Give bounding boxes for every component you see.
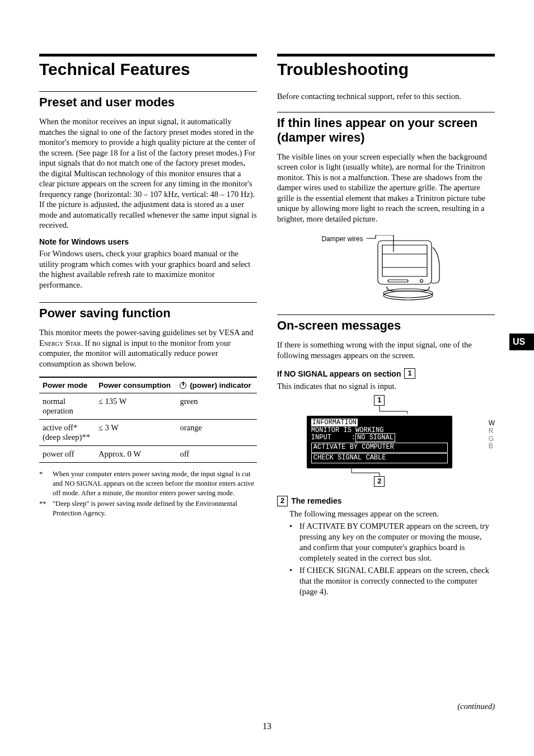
rule [39,54,257,57]
table-row: power off Approx. 0 W off [39,446,257,463]
connector-line-icon [307,468,452,476]
heading-preset-modes: Preset and user modes [39,95,257,110]
remedies-heading: The remedies [291,496,341,506]
table-row: active off*(deep sleep)** ≤ 3 W orange [39,420,257,446]
callout-number: 2 [277,496,288,506]
power-paragraph: This monitor meets the power-saving guid… [39,327,257,369]
bullet-text: If CHECK SIGNAL CABLE appears on the scr… [299,565,495,597]
continued-marker: (continued) [457,702,495,711]
connector-line-icon [307,406,452,414]
power-icon [180,382,186,389]
svg-point-2 [383,289,433,298]
side-letter: W [489,420,495,428]
cell-mode: power off [43,449,74,458]
side-letter: R [489,428,495,435]
section-title-technical: Technical Features [39,60,257,79]
heading-no-signal-text: If NO SIGNAL appears on section [277,369,401,378]
damper-para: The visible lines on your screen especia… [277,152,495,224]
cell-mode: (deep sleep)** [43,433,90,442]
table-row: normaloperation ≤ 135 W green [39,393,257,420]
language-tab: US [509,334,534,350]
crt-monitor-icon [367,235,451,301]
remedies-intro: The following messages appear on the scr… [289,509,495,519]
cell-indicator: green [176,393,257,420]
no-signal-para: This indicates that no signal is input. [277,381,495,392]
cell-mode: operation [43,406,73,415]
footnote-mark: ** [39,499,50,518]
power-paragraph-pre: This monitor meets the power-saving guid… [39,328,253,337]
bullet-icon: • [289,521,295,564]
side-letter: B [489,443,495,450]
rule [277,112,495,112]
cell-mode: normal [43,397,65,406]
heading-no-signal: If NO SIGNAL appears on section 1 [277,368,495,379]
col-header-indicator: (power) indicator [176,377,257,393]
cell-consumption: Approx. 0 W [95,446,176,463]
cell-consumption: ≤ 3 W [95,420,176,446]
page-number: 13 [0,721,534,731]
osd-diagram: 1 INFORMATION MONITOR IS WORKING INPUT :… [277,395,495,487]
footnote-text: "Deep sleep" is power saving mode define… [53,499,257,518]
callout-number: 1 [374,395,385,406]
windows-note-paragraph: For Windows users, check your graphics b… [39,248,257,290]
section-title-troubleshooting: Troubleshooting [277,60,495,79]
damper-wire-figure: Damper wires [277,235,495,301]
osd-title: INFORMATION [311,419,448,427]
osd-intro-para: If there is something wrong with the inp… [277,340,495,360]
col-header-consumption: Power consumption [95,377,176,393]
rule [39,91,257,92]
left-column: Technical Features Preset and user modes… [39,54,257,597]
osd-boxed-line: ACTIVATE BY COMPUTER [311,443,448,453]
list-item: •If ACTIVATE BY COMPUTER appears on the … [289,521,495,564]
rule [39,302,257,303]
preset-paragraph: When the monitor receives an input signa… [39,116,257,231]
footnotes: *When your computer enters power saving … [39,469,257,518]
svg-point-4 [420,280,423,283]
callout-number: 1 [404,368,415,379]
side-letter: G [489,435,495,443]
footnote-mark: * [39,469,50,498]
osd-side-letters: W R G B [489,420,495,450]
power-modes-table: Power mode Power consumption (power) ind… [39,377,257,463]
heading-osd-messages: On-screen messages [277,318,495,333]
osd-line: INPUT :NO SIGNAL [311,434,448,442]
heading-power-saving: Power saving function [39,306,257,321]
rule [277,314,495,315]
col-header-mode: Power mode [39,377,95,393]
cell-consumption: ≤ 135 W [95,393,176,420]
bullet-icon: • [289,565,295,597]
figure-label: Damper wires [321,235,363,243]
cell-mode: active off* [43,423,77,432]
right-column: Troubleshooting Before contacting techni… [277,54,495,597]
list-item: •If CHECK SIGNAL CABLE appears on the sc… [289,565,495,597]
osd-boxed-value: NO SIGNAL [355,433,395,442]
heading-damper-wires: If thin lines appear on your screen (dam… [277,116,495,145]
cell-indicator: off [176,446,257,463]
heading-windows-note: Note for Windows users [39,237,257,246]
osd-boxed-line: CHECK SIGNAL CABLE [311,453,448,463]
remedies-section: 2 The remedies The following messages ap… [277,496,495,597]
osd-screen: INFORMATION MONITOR IS WORKING INPUT :NO… [307,416,452,468]
svg-point-3 [383,291,433,300]
power-paragraph-energystar: Energy Star [39,339,81,348]
cell-indicator: orange [176,420,257,446]
bullet-text: If ACTIVATE BY COMPUTER appears on the s… [299,521,495,564]
svg-rect-5 [388,280,408,282]
col-header-indicator-text: (power) indicator [188,381,251,389]
troubleshooting-intro: Before contacting technical support, ref… [277,91,495,102]
callout-number: 2 [374,476,385,487]
footnote-text: When your computer enters power saving m… [53,469,257,498]
rule [277,54,495,57]
